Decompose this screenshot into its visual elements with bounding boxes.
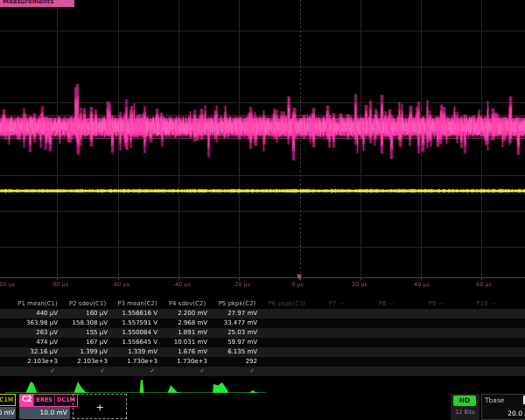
- channel-c2-title: C2 ERES DC1M: [19, 394, 78, 407]
- table-row: P1 mean(C1)P2 sdev(C1)P3 mean(C2)P4 sdev…: [0, 299, 525, 309]
- measure-value-cell: 6.135 mV: [209, 347, 257, 357]
- channel-c2-vdiv: 10.0 mV: [19, 407, 70, 419]
- hd-bits-label: 12 Bits: [451, 409, 480, 416]
- measure-value-cell: 59.97 mV: [209, 338, 257, 347]
- measure-value-cell: 2.103e+3: [60, 357, 108, 367]
- measure-value-cell: 1.556616 V: [109, 309, 158, 318]
- measure-column-header: P10 ---: [477, 299, 497, 309]
- table-row: 2.103e+32.103e+31.730e+31.730e+3292: [0, 357, 525, 367]
- time-axis-label: 40 µs: [414, 281, 430, 288]
- measure-value-cell: 263 µV: [10, 328, 58, 338]
- measure-column-header: P3 mean(C2): [117, 299, 158, 309]
- measure-value-cell: 33.477 mV: [209, 318, 257, 328]
- measure-value-cell: 2.968 mV: [159, 318, 207, 328]
- time-axis-label: 0 µs: [291, 281, 304, 288]
- measure-value-cell: 1.891 mV: [159, 328, 207, 338]
- descriptor-bar: C1 DC1M 10.0 mV C2 ERES DC1M 10.0 mV + H…: [0, 394, 525, 420]
- time-axis-label: -60 µs: [112, 281, 130, 288]
- measure-value-cell: 27.97 mV: [209, 309, 257, 318]
- measure-value-cell: 292: [209, 357, 257, 367]
- channel-c2-eres-tag: ERES: [33, 395, 54, 406]
- measure-column-header: P6 pkpk(C3): [269, 299, 306, 309]
- measure-value-cell: 32.16 µV: [10, 347, 58, 357]
- measure-value-cell: 158.308 µV: [60, 318, 108, 328]
- measure-value-cell: 160 µV: [60, 309, 108, 318]
- measure-status-check: ✓: [209, 367, 255, 376]
- table-row: ✓✓✓✓✓: [0, 367, 525, 376]
- measure-column-header: P7 ---: [329, 299, 345, 309]
- measure-column-header: P8 ---: [379, 299, 395, 309]
- measure-value-cell: 155 µV: [60, 328, 108, 338]
- channel-c1-title: C1 DC1M: [0, 394, 16, 406]
- measure-status-check: ✓: [10, 367, 55, 376]
- timebase-descriptor[interactable]: Tbase 20.0 µs: [481, 394, 525, 420]
- table-row: 32.16 µV1.399 µV1.339 mV1.676 mV6.135 mV: [0, 347, 525, 357]
- measure-value-cell: 1.676 mV: [159, 347, 207, 357]
- channel-c1-vdiv: 10.0 mV: [0, 407, 16, 419]
- measure-value-cell: 1.399 µV: [60, 347, 108, 357]
- timebase-label: Tbase: [485, 396, 504, 404]
- table-row: 363.98 µV158.308 µV1.557591 V2.968 mV33.…: [0, 318, 525, 328]
- trace-label-badge: Measurements: [0, 0, 74, 7]
- measure-column-header: P2 sdev(C1): [69, 299, 106, 309]
- measure-value-cell: 1.550084 V: [109, 328, 158, 338]
- measure-value-cell: 2.103e+3: [10, 357, 58, 367]
- measure-status-check: ✓: [60, 367, 105, 376]
- hd-badge: HD: [453, 396, 476, 406]
- measure-value-cell: 363.98 µV: [10, 318, 58, 328]
- measure-value-cell: 167 µV: [60, 338, 108, 347]
- measurement-table: P1 mean(C1)P2 sdev(C1)P3 mean(C2)P4 sdev…: [0, 299, 525, 376]
- channel-c2-label: C2: [20, 395, 33, 406]
- hd-mode-panel: HD 12 Bits: [451, 394, 480, 420]
- measure-column-header: P4 sdev(C2): [169, 299, 206, 309]
- measure-column-header: P1 mean(C1): [18, 299, 58, 309]
- time-axis-label: 60 µs: [476, 281, 492, 288]
- measure-status-check: ✓: [109, 367, 155, 376]
- time-axis-label: 20 µs: [352, 281, 368, 288]
- measure-value-cell: 10.031 mV: [159, 338, 207, 347]
- time-axis-label: -20 µs: [233, 281, 250, 288]
- measure-column-header: P5 pkpk(C2): [219, 299, 256, 309]
- measure-column-header: P9 ---: [429, 299, 444, 309]
- time-axis-label: -100 µs: [0, 281, 15, 288]
- add-trace-button[interactable]: +: [73, 394, 127, 419]
- timebase-value: 20.0 µs: [508, 410, 525, 417]
- oscilloscope-screen: Measurements -100 µs-80 µs-60 µs-40 µs-2…: [0, 0, 525, 420]
- measure-value-cell: 474 µV: [10, 338, 58, 347]
- time-axis-label: -40 µs: [173, 281, 191, 288]
- measure-value-cell: 440 µV: [10, 309, 58, 318]
- table-row: 474 µV167 µV1.556645 V10.031 mV59.97 mV: [0, 338, 525, 347]
- measure-value-cell: 1.730e+3: [109, 357, 158, 367]
- measure-status-check: ✓: [159, 367, 205, 376]
- measure-value-cell: 2.200 mV: [159, 309, 207, 318]
- table-row: 263 µV155 µV1.550084 V1.891 mV25.03 mV: [0, 328, 525, 338]
- measure-value-cell: 1.339 mV: [109, 347, 158, 357]
- measure-value-cell: 1.557591 V: [109, 318, 158, 328]
- time-axis-label: -80 µs: [51, 281, 68, 288]
- measure-value-cell: 1.556645 V: [109, 338, 158, 347]
- measure-value-cell: 25.03 mV: [209, 328, 257, 338]
- table-row: 440 µV160 µV1.556616 V2.200 mV27.97 mV: [0, 309, 525, 318]
- measure-value-cell: 1.730e+3: [159, 357, 207, 367]
